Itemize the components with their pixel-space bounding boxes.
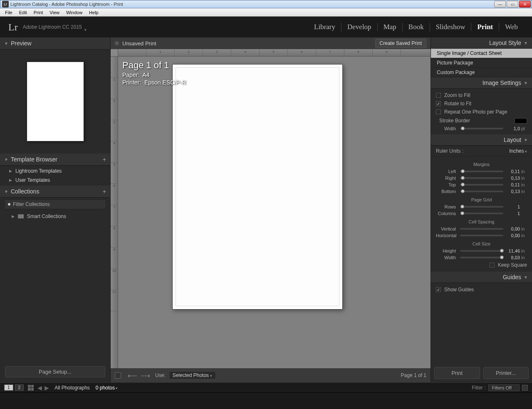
preview-thumbnail[interactable]	[27, 62, 84, 141]
module-web[interactable]: Web	[499, 23, 524, 31]
collections-title: Collections	[11, 188, 39, 195]
add-template-button[interactable]: +	[103, 156, 106, 163]
next-page-button[interactable]: ⟶	[141, 372, 150, 379]
triangle-right-icon: ▶	[12, 214, 15, 218]
margin-right-slider[interactable]: Right0,13in	[436, 175, 527, 181]
collections-header[interactable]: ▼ Collections +	[0, 186, 110, 198]
preview-panel-header[interactable]: ▼ Preview	[0, 37, 110, 50]
margin-top-slider[interactable]: Top0,11in	[436, 181, 527, 188]
rotate-to-fit-checkbox[interactable]: Rotate to Fit	[436, 99, 527, 108]
module-develop[interactable]: Develop	[341, 23, 378, 31]
margins-label: Margins	[436, 162, 527, 167]
module-print[interactable]: Print	[471, 23, 499, 31]
use-photos-dropdown[interactable]: Selected Photos	[169, 371, 216, 379]
triangle-right-icon: ▶	[9, 169, 12, 173]
layout-style-header[interactable]: Layout Style ▼	[431, 37, 532, 49]
margin-left-slider[interactable]: Left0,11in	[436, 168, 527, 175]
module-picker: Lr Adobe Lightroom CC 2015▼ Library Deve…	[0, 17, 532, 37]
cell-height-slider[interactable]: Height11,46in	[436, 248, 527, 254]
layout-style-single[interactable]: Single Image / Contact Sheet	[431, 49, 532, 58]
cell-spacing-label: Cell Spacing	[436, 219, 527, 224]
menu-window[interactable]: Window	[63, 9, 86, 16]
center-panel: Unsaved Print Create Saved Print 1234567…	[111, 37, 431, 382]
select-toggle-checkbox[interactable]	[115, 372, 121, 379]
preview-title: Preview	[11, 40, 32, 47]
layout-style-picture[interactable]: Picture Package	[431, 58, 532, 68]
filter-collections-input[interactable]: Filter Collections	[4, 199, 106, 209]
show-guides-checkbox[interactable]: Show Guides	[436, 285, 527, 294]
prev-page-button[interactable]: ⟵	[128, 372, 137, 379]
nav-back-button[interactable]: ◀	[37, 384, 42, 391]
stroke-color-swatch[interactable]	[515, 118, 527, 124]
columns-slider[interactable]: Columns1	[436, 210, 527, 217]
cell-width-slider[interactable]: Width8,03in	[436, 254, 527, 261]
print-canvas[interactable]: 123456789 1234567891011 Page 1 of 1 Pape…	[111, 49, 431, 368]
paper-preview[interactable]	[172, 64, 343, 310]
filmstrip[interactable]	[0, 392, 532, 409]
grid-view-icon[interactable]	[28, 385, 34, 391]
use-label: Use:	[155, 372, 166, 378]
menu-bar: File Edit Print View Window Help	[0, 8, 532, 17]
ruler-units-dropdown[interactable]: Ruler Units : Inches	[431, 146, 532, 157]
close-button[interactable]: ✕	[519, 1, 531, 7]
rows-slider[interactable]: Rows1	[436, 203, 527, 210]
page-number-label: Page 1 of 1	[122, 60, 186, 71]
ruler-corner	[111, 49, 118, 57]
lightroom-templates-folder[interactable]: ▶ Lightroom Templates	[0, 166, 110, 176]
main-content: ▼ Preview ▼ Template Browser + ▶ Lightro…	[0, 37, 532, 382]
chevron-down-icon: ▼	[84, 28, 87, 32]
menu-help[interactable]: Help	[86, 9, 102, 16]
main-view-button[interactable]: 1	[4, 384, 13, 391]
photo-count[interactable]: 0 photos	[96, 385, 118, 391]
module-map[interactable]: Map	[378, 23, 403, 31]
maximize-button[interactable]: ▭	[507, 1, 518, 7]
keep-square-checkbox[interactable]: Keep Square	[436, 261, 527, 269]
image-settings-header[interactable]: Image Settings ▼	[431, 77, 532, 89]
print-job-bar: Unsaved Print Create Saved Print	[111, 37, 431, 49]
source-path[interactable]: All Photographs	[54, 385, 90, 391]
stroke-width-slider[interactable]: Width 1,0 pt	[436, 125, 527, 132]
create-saved-print-button[interactable]: Create Saved Print	[375, 39, 426, 48]
add-collection-button[interactable]: +	[103, 188, 106, 195]
filter-lock-button[interactable]	[522, 385, 528, 391]
guides-panel-header[interactable]: Guides ▼	[431, 272, 532, 283]
triangle-down-icon: ▼	[4, 41, 8, 46]
triangle-down-icon: ▼	[524, 138, 528, 142]
module-library[interactable]: Library	[308, 23, 341, 31]
user-templates-folder[interactable]: ▶ User Templates	[0, 176, 110, 185]
margin-bottom-slider[interactable]: Bottom0,13in	[436, 188, 527, 195]
zoom-to-fill-checkbox[interactable]: Zoom to Fill	[436, 91, 527, 99]
status-marker-icon	[115, 41, 119, 45]
ruler-vertical: 1234567891011	[111, 57, 118, 368]
smart-collections-item[interactable]: ▶ Smart Collections	[0, 211, 110, 222]
triangle-down-icon: ▼	[4, 157, 8, 162]
layout-style-custom[interactable]: Custom Package	[431, 68, 532, 77]
secondary-view-button[interactable]: 2	[15, 384, 24, 391]
menu-file[interactable]: File	[2, 9, 16, 16]
menu-edit[interactable]: Edit	[16, 9, 30, 16]
module-slideshow[interactable]: Slideshow	[430, 23, 472, 31]
filmstrip-toolbar: 1 2 ◀ ▶ All Photographs 0 photos Filter …	[0, 382, 532, 392]
smart-collection-icon	[18, 214, 24, 218]
menu-view[interactable]: View	[46, 9, 63, 16]
triangle-down-icon: ▼	[524, 41, 528, 45]
print-button[interactable]: Print	[434, 367, 480, 379]
template-browser-header[interactable]: ▼ Template Browser +	[0, 154, 110, 166]
page-indicator: Page 1 of 1	[401, 372, 426, 378]
vertical-spacing-slider: Vertical0,00in	[436, 226, 527, 232]
printer-button[interactable]: Printer...	[483, 367, 529, 379]
layout-panel-header[interactable]: Layout ▼	[431, 134, 532, 146]
page-setup-button[interactable]: Page Setup...	[5, 366, 105, 377]
triangle-down-icon: ▼	[4, 189, 8, 194]
identity-plate[interactable]: Adobe Lightroom CC 2015▼	[23, 24, 308, 30]
ruler-horizontal: 123456789	[118, 49, 431, 57]
nav-forward-button[interactable]: ▶	[45, 384, 49, 391]
filter-dropdown[interactable]: Filters Off	[488, 384, 520, 391]
repeat-photo-checkbox[interactable]: Repeat One Photo per Page	[436, 108, 527, 116]
triangle-down-icon: ▼	[524, 81, 528, 85]
filter-label: Filter :	[472, 385, 485, 391]
menu-print[interactable]: Print	[30, 9, 47, 16]
module-book[interactable]: Book	[403, 23, 430, 31]
app-icon: Lr	[2, 1, 9, 7]
minimize-button[interactable]: —	[494, 1, 506, 7]
